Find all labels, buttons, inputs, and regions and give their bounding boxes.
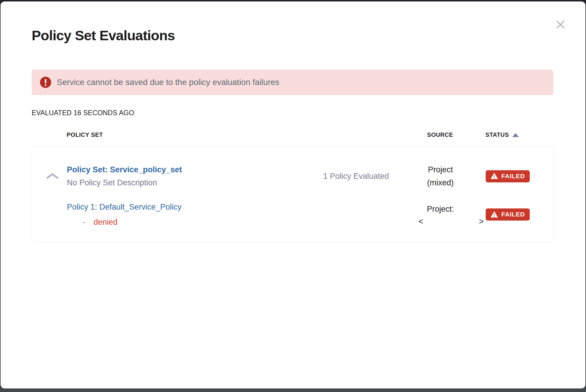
angle-open: < (418, 216, 423, 227)
policy-link[interactable]: Policy 1: Default_Service_Policy (67, 202, 181, 212)
collapse-row-button[interactable] (45, 171, 62, 181)
table-row: Policy Set: Service_policy_set No Policy… (32, 163, 553, 189)
policy-set-link[interactable]: Policy Set: Service_policy_set (67, 165, 182, 174)
status-badge: FAILED (486, 208, 530, 221)
error-banner: Service cannot be saved due to the polic… (32, 70, 553, 95)
column-header-status-label: STATUS (485, 131, 509, 138)
chevron-up-icon (45, 172, 60, 180)
status-badge-label: FAILED (501, 211, 525, 218)
column-header-source: SOURCE (402, 131, 479, 138)
status-badge-label: FAILED (501, 173, 525, 180)
policy-cell: Policy 1: Default_Service_Policy - denie… (67, 202, 310, 227)
source-cell: Project (mixed) (402, 163, 479, 189)
detail-dash: - (83, 218, 86, 227)
status-cell: FAILED (479, 170, 553, 182)
column-header-policy-set: POLICY SET (67, 131, 310, 138)
error-exclamation-icon (40, 77, 51, 88)
policy-detail-line: - denied (67, 218, 310, 227)
warning-triangle-icon (491, 211, 498, 218)
policy-set-description: No Policy Set Description (67, 178, 310, 187)
modal-content: Policy Set Evaluations Service cannot be… (1, 27, 585, 242)
source-cell: Project: < > (402, 203, 479, 227)
status-badge: FAILED (486, 170, 530, 182)
column-header-status[interactable]: STATUS (485, 131, 553, 138)
table-header-row: POLICY SET SOURCE STATUS (32, 131, 553, 138)
close-button[interactable] (554, 18, 567, 31)
policies-evaluated-count: 1 Policy Evaluated (310, 172, 402, 181)
status-cell: FAILED (479, 208, 553, 221)
source-line1: Project (402, 163, 479, 176)
source-line2: (mixed) (402, 176, 479, 189)
close-icon (555, 19, 566, 30)
sort-ascending-triangle-icon (512, 133, 519, 137)
policy-set-evaluations-modal: Policy Set Evaluations Service cannot be… (1, 1, 585, 388)
table-row: Policy 1: Default_Service_Policy - denie… (32, 202, 553, 227)
source-line1: Project: (402, 203, 479, 216)
error-banner-message: Service cannot be saved due to the polic… (57, 78, 279, 87)
evaluated-timestamp: EVALUATED 16 SECONDS AGO (32, 109, 553, 117)
source-redacted-line: < > (418, 216, 484, 227)
warning-triangle-icon (491, 173, 498, 179)
policy-set-evaluation-card: Policy Set: Service_policy_set No Policy… (32, 146, 553, 242)
page-title: Policy Set Evaluations (32, 27, 553, 44)
policy-denied-text: denied (94, 218, 117, 227)
policy-set-cell: Policy Set: Service_policy_set No Policy… (67, 165, 310, 187)
